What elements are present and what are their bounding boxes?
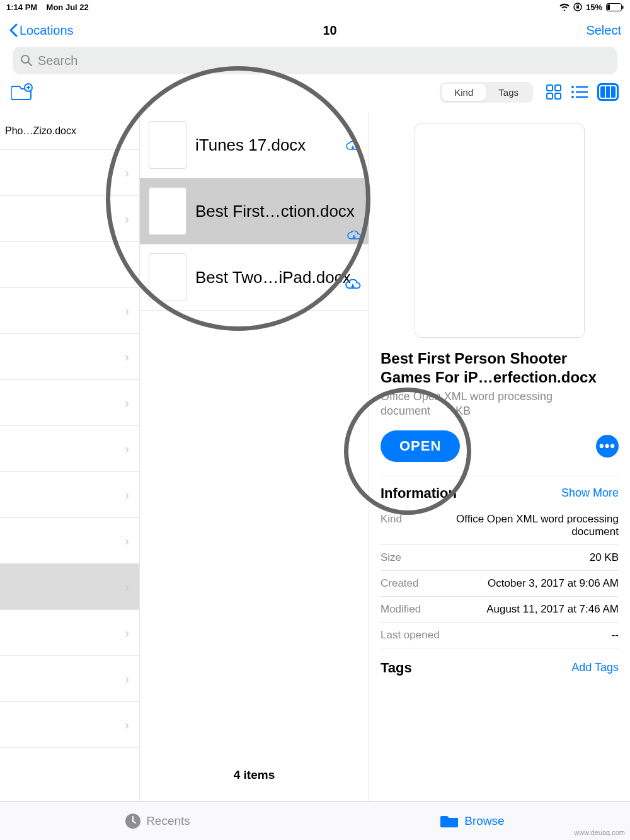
info-row-size: Size 20 KB — [381, 545, 619, 571]
chevron-left-icon — [9, 23, 18, 37]
info-row-modified: Modified August 11, 2017 at 7:46 AM — [381, 597, 619, 623]
file-thumbnail — [149, 187, 186, 235]
tab-browse[interactable]: Browse — [315, 814, 630, 829]
file-thumbnail — [149, 253, 186, 301]
svg-rect-12 — [547, 93, 553, 99]
detail-type-line1: Office Open XML word processing — [381, 390, 553, 403]
file-row-selected[interactable]: Best First…ction.docx — [140, 178, 369, 245]
tab-browse-label: Browse — [464, 814, 504, 828]
column-view-button[interactable] — [597, 83, 619, 101]
svg-rect-4 — [622, 6, 624, 9]
svg-point-16 — [571, 91, 574, 93]
tags-header: Tags — [381, 660, 412, 676]
column-detail: Best First Person Shooter Games For iP…e… — [369, 112, 630, 801]
svg-rect-20 — [600, 86, 616, 98]
status-time: 1:14 PM — [6, 3, 37, 12]
toolbar: Kind Tags — [0, 74, 630, 110]
folder-row[interactable]: › — [0, 518, 139, 564]
svg-rect-10 — [547, 85, 553, 91]
detail-size-inline: KB — [455, 405, 471, 417]
tab-bar: Recents Browse — [0, 801, 630, 840]
detail-filename: Best First Person Shooter Games For iP…e… — [381, 349, 619, 387]
folder-row[interactable]: › — [0, 656, 139, 702]
cloud-download-icon[interactable] — [346, 231, 362, 242]
list-view-button[interactable] — [571, 85, 588, 99]
status-date: Mon Jul 22 — [47, 3, 89, 12]
svg-rect-11 — [555, 85, 561, 91]
svg-point-18 — [571, 96, 574, 98]
item-count: 4 items — [140, 756, 369, 801]
sort-segmented-control: Kind Tags — [440, 82, 533, 103]
svg-rect-3 — [607, 4, 610, 10]
folder-row[interactable]: › — [0, 472, 139, 518]
folder-row[interactable]: Pho…Zizo.docx › — [0, 112, 139, 150]
show-more-link[interactable]: Show More — [561, 486, 619, 500]
info-row-created: Created October 3, 2017 at 9:06 AM — [381, 571, 619, 597]
clock-icon — [125, 813, 141, 829]
folder-row[interactable]: › — [0, 380, 139, 426]
status-bar: 1:14 PM Mon Jul 22 15% — [0, 0, 630, 14]
file-row[interactable]: iTunes 17.docx — [140, 112, 369, 178]
folder-row[interactable]: › — [0, 426, 139, 472]
icon-view-button[interactable] — [546, 84, 562, 100]
svg-line-6 — [28, 62, 32, 66]
orientation-lock-icon — [573, 3, 582, 11]
more-button[interactable]: ••• — [596, 435, 619, 457]
sort-tags[interactable]: Tags — [486, 84, 531, 101]
back-button[interactable]: Locations — [9, 23, 74, 38]
file-preview[interactable] — [415, 124, 585, 338]
chevron-right-icon: › — [126, 125, 129, 137]
page-title: 10 — [323, 23, 336, 38]
folder-row[interactable]: › — [0, 150, 139, 196]
svg-rect-13 — [555, 93, 561, 99]
file-name: Best First…ction.docx — [195, 202, 355, 221]
folder-row[interactable]: › — [0, 288, 139, 334]
info-header: Information — [381, 485, 457, 502]
file-name: iTunes 17.docx — [195, 135, 306, 155]
folder-row-selected[interactable]: › — [0, 564, 139, 610]
tab-recents[interactable]: Recents — [0, 813, 315, 829]
file-name: Best Two…iPad.docx — [195, 268, 351, 287]
folder-row[interactable]: › — [0, 334, 139, 380]
info-row-kind: Kind Office Open XML word processing doc… — [381, 507, 619, 545]
folder-row[interactable]: › — [0, 610, 139, 656]
svg-point-14 — [571, 86, 574, 88]
folder-row[interactable]: › — [0, 196, 139, 242]
cloud-download-icon[interactable] — [345, 141, 360, 152]
ellipsis-icon: ••• — [599, 438, 616, 454]
search-input[interactable] — [38, 54, 610, 68]
add-tags-link[interactable]: Add Tags — [571, 661, 619, 674]
battery-text: 15% — [586, 3, 602, 12]
new-folder-button[interactable] — [11, 83, 33, 101]
back-label: Locations — [20, 23, 74, 38]
folder-row[interactable]: › — [0, 702, 139, 748]
folder-row-label: Pho…Zizo.docx — [5, 125, 76, 137]
svg-rect-1 — [576, 6, 579, 9]
folder-icon — [440, 814, 459, 829]
info-row-lastopened: Last opened -- — [381, 623, 619, 648]
search-bar[interactable] — [13, 47, 617, 74]
column-files: iTunes 17.docx Best First…ction.docx Bes… — [140, 112, 369, 801]
wifi-icon — [559, 3, 570, 11]
file-thumbnail — [149, 121, 186, 169]
select-button[interactable]: Select — [586, 23, 621, 38]
nav-bar: Locations 10 Select — [0, 14, 630, 47]
file-row[interactable]: Best Two…iPad.docx — [140, 245, 369, 311]
watermark: www.deuaq.com — [574, 829, 625, 836]
detail-type-line2: document — [381, 405, 430, 417]
cloud-download-icon[interactable] — [345, 279, 361, 292]
tab-recents-label: Recents — [146, 814, 190, 828]
open-button[interactable]: OPEN — [381, 430, 460, 462]
search-icon — [20, 54, 33, 67]
folder-row[interactable]: › — [0, 242, 139, 288]
sort-kind[interactable]: Kind — [442, 84, 486, 101]
svg-point-5 — [21, 55, 29, 63]
battery-icon — [606, 3, 624, 11]
column-folders: Pho…Zizo.docx › › › › › › › › › › › › › … — [0, 112, 140, 801]
